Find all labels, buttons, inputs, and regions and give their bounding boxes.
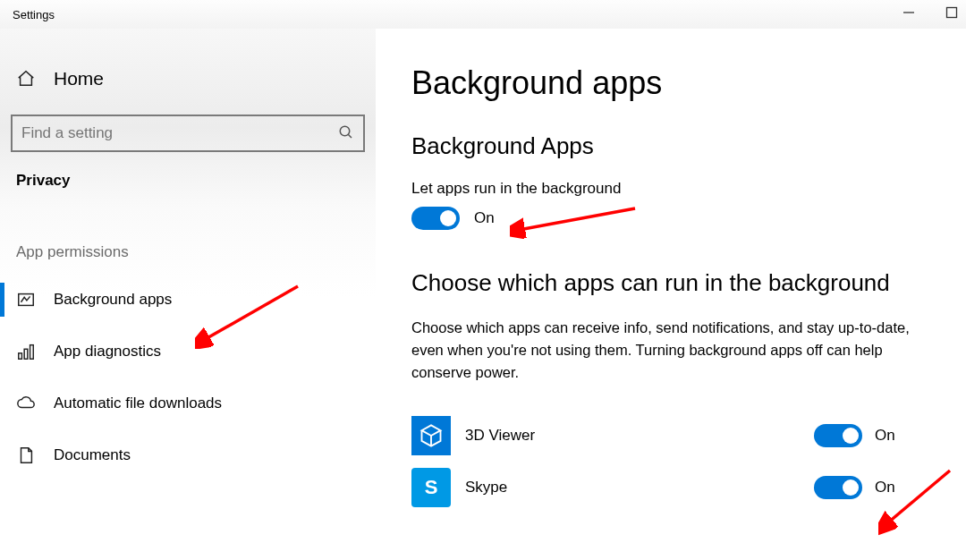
toggle-skype[interactable] xyxy=(814,476,862,499)
home-nav[interactable]: Home xyxy=(0,68,376,115)
cube-icon xyxy=(411,416,451,455)
search-input[interactable] xyxy=(21,124,338,142)
document-icon xyxy=(16,445,36,465)
svg-line-3 xyxy=(348,134,352,138)
toggle-state-1: On xyxy=(474,209,495,227)
svg-point-2 xyxy=(340,126,350,136)
svg-rect-7 xyxy=(30,345,34,360)
sidebar-item-background-apps[interactable]: Background apps xyxy=(0,274,376,326)
background-apps-icon xyxy=(16,290,36,310)
cloud-icon xyxy=(16,394,36,413)
window-controls xyxy=(900,4,961,21)
window-title: Settings xyxy=(13,8,55,21)
toggle-3dviewer[interactable] xyxy=(814,424,862,447)
minimize-button[interactable] xyxy=(900,4,918,21)
sidebar-item-label: Documents xyxy=(54,446,131,464)
diagnostics-icon xyxy=(16,342,36,361)
category-label: Privacy xyxy=(0,172,376,243)
sidebar-item-label: Background apps xyxy=(54,291,172,309)
maximize-button[interactable] xyxy=(943,4,961,21)
home-label: Home xyxy=(54,68,104,89)
sidebar-item-app-diagnostics[interactable]: App diagnostics xyxy=(0,326,376,378)
app-row-3dviewer: 3D Viewer On xyxy=(411,410,939,462)
group-title-2: Choose which apps can run in the backgro… xyxy=(411,269,939,297)
sidebar: Home Privacy App permissions Background … xyxy=(0,29,376,560)
group-title-1: Background Apps xyxy=(411,132,939,160)
toggle-state: On xyxy=(875,479,895,496)
sidebar-item-automatic-downloads[interactable]: Automatic file downloads xyxy=(0,378,376,429)
section-label: App permissions xyxy=(0,243,376,274)
sidebar-item-documents[interactable]: Documents xyxy=(0,429,376,481)
app-name: 3D Viewer xyxy=(465,427,800,445)
home-icon xyxy=(16,69,36,89)
app-row-skype: S Skype On xyxy=(411,462,939,513)
toggle-background-apps[interactable] xyxy=(411,207,460,230)
skype-icon: S xyxy=(411,468,451,507)
svg-rect-5 xyxy=(19,353,22,359)
sidebar-item-label: Automatic file downloads xyxy=(54,395,222,412)
setting-label-1: Let apps run in the background xyxy=(411,180,939,198)
search-box[interactable] xyxy=(11,115,365,152)
sidebar-item-label: App diagnostics xyxy=(54,343,161,361)
svg-rect-6 xyxy=(24,349,28,359)
titlebar: Settings xyxy=(0,0,966,29)
app-name: Skype xyxy=(465,479,800,496)
group-desc-2: Choose which apps can receive info, send… xyxy=(411,317,939,383)
svg-rect-1 xyxy=(947,8,957,18)
search-icon xyxy=(338,124,354,143)
toggle-state: On xyxy=(875,427,895,445)
main-panel: Background apps Background Apps Let apps… xyxy=(376,29,966,560)
page-title: Background apps xyxy=(411,64,939,102)
